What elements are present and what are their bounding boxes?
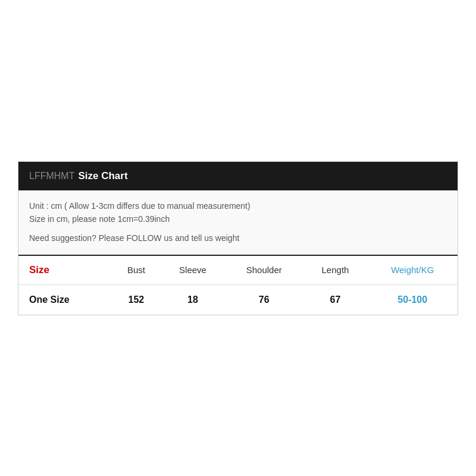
header-bar: LFFMHMT Size Chart — [18, 162, 458, 190]
cell-size: One Size — [18, 284, 112, 315]
page-wrapper: LFFMHMT Size Chart Unit : cm ( Allow 1-3… — [0, 0, 476, 476]
info-section: Unit : cm ( Allow 1-3cm differs due to m… — [18, 190, 458, 256]
col-header-bust: Bust — [112, 256, 161, 285]
col-header-shoulder: Shoulder — [225, 256, 303, 285]
col-header-sleeve: Sleeve — [161, 256, 225, 285]
table-section: Size Bust Sleeve Shoulder Length Weight/… — [18, 256, 458, 315]
size-chart-container: LFFMHMT Size Chart Unit : cm ( Allow 1-3… — [18, 161, 458, 315]
cell-sleeve: 18 — [161, 284, 225, 315]
info-line-1: Unit : cm ( Allow 1-3cm differs due to m… — [29, 201, 447, 211]
table-header-row: Size Bust Sleeve Shoulder Length Weight/… — [18, 256, 458, 285]
table-row: One Size15218766750-100 — [18, 284, 458, 315]
cell-weight: 50-100 — [368, 284, 458, 315]
info-line-3: Need suggestion? Please FOLLOW us and te… — [29, 233, 447, 243]
cell-shoulder: 76 — [225, 284, 303, 315]
col-header-length: Length — [303, 256, 367, 285]
cell-bust: 152 — [112, 284, 161, 315]
cell-length: 67 — [303, 284, 367, 315]
header-brand: LFFMHMT — [29, 171, 74, 181]
header-title: Size Chart — [78, 170, 127, 182]
info-line-2: Size in cm, please note 1cm=0.39inch — [29, 214, 447, 224]
size-table: Size Bust Sleeve Shoulder Length Weight/… — [18, 256, 458, 315]
col-header-weight: Weight/KG — [368, 256, 458, 285]
col-header-size: Size — [18, 256, 112, 285]
